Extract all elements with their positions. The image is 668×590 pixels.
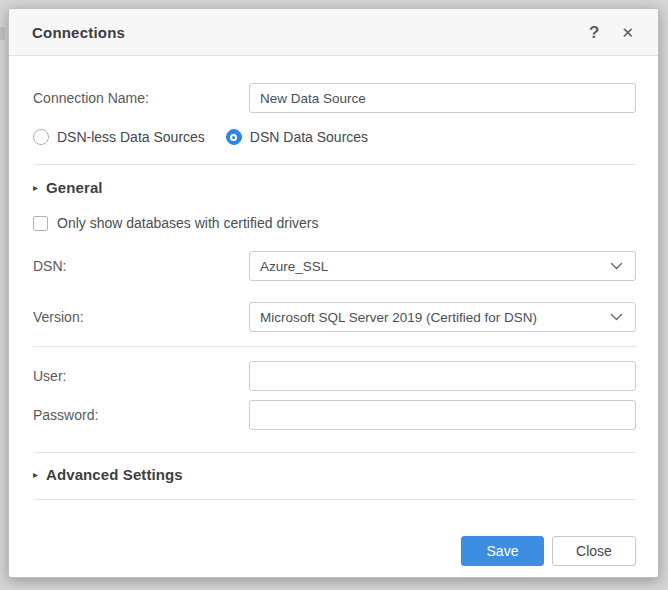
version-select[interactable]: Microsoft SQL Server 2019 (Certified for… [249,302,636,332]
dsn-select-value: Azure_SSL [260,259,328,274]
password-label: Password: [33,407,249,423]
background-artifact [0,27,5,40]
connections-dialog: Connections ? ✕ Connection Name: DSN-les… [8,8,659,578]
header-icons: ? ✕ [589,24,634,41]
dialog-header: Connections ? ✕ [9,9,658,56]
password-input[interactable] [249,400,636,430]
radio-unselected-icon [33,129,49,145]
connection-name-row: Connection Name: [33,83,636,113]
dsn-label: DSN: [33,258,249,274]
version-label: Version: [33,309,249,325]
data-source-type-row: DSN-less Data Sources DSN Data Sources [33,127,636,147]
user-input[interactable] [249,361,636,391]
dialog-body: Connection Name: DSN-less Data Sources D… [9,56,658,577]
close-icon[interactable]: ✕ [621,25,634,40]
dialog-footer: Save Close [33,536,636,566]
divider [33,164,636,165]
divider [33,499,636,500]
collapse-arrow-icon: ▸ [33,470,38,480]
user-label: User: [33,368,249,384]
advanced-settings-title: Advanced Settings [46,466,183,483]
general-section-header[interactable]: ▸ General [33,177,636,198]
version-row: Version: Microsoft SQL Server 2019 (Cert… [33,302,636,332]
radio-dsn-less[interactable]: DSN-less Data Sources [33,129,205,145]
chevron-down-icon [610,262,623,270]
radio-dsn[interactable]: DSN Data Sources [226,129,368,145]
advanced-settings-header[interactable]: ▸ Advanced Settings [33,464,636,485]
connection-name-label: Connection Name: [33,90,249,106]
general-section-title: General [46,179,103,196]
divider [33,346,636,347]
certified-drivers-checkbox-row[interactable]: Only show databases with certified drive… [33,214,636,232]
user-row: User: [33,361,636,391]
divider [33,452,636,453]
radio-dsn-less-label: DSN-less Data Sources [57,129,205,145]
help-icon[interactable]: ? [589,24,599,41]
connection-name-input[interactable] [249,83,636,113]
password-row: Password: [33,400,636,430]
save-button[interactable]: Save [461,536,544,566]
collapse-arrow-icon: ▸ [33,183,38,193]
dialog-title: Connections [32,24,125,41]
checkbox-unchecked-icon[interactable] [33,216,48,231]
certified-drivers-label: Only show databases with certified drive… [57,215,318,231]
close-button[interactable]: Close [552,536,636,566]
radio-dsn-label: DSN Data Sources [250,129,368,145]
dsn-row: DSN: Azure_SSL [33,251,636,281]
version-select-value: Microsoft SQL Server 2019 (Certified for… [260,310,537,325]
radio-dot [230,134,237,141]
dsn-select[interactable]: Azure_SSL [249,251,636,281]
chevron-down-icon [610,313,623,321]
radio-selected-icon [226,129,242,145]
